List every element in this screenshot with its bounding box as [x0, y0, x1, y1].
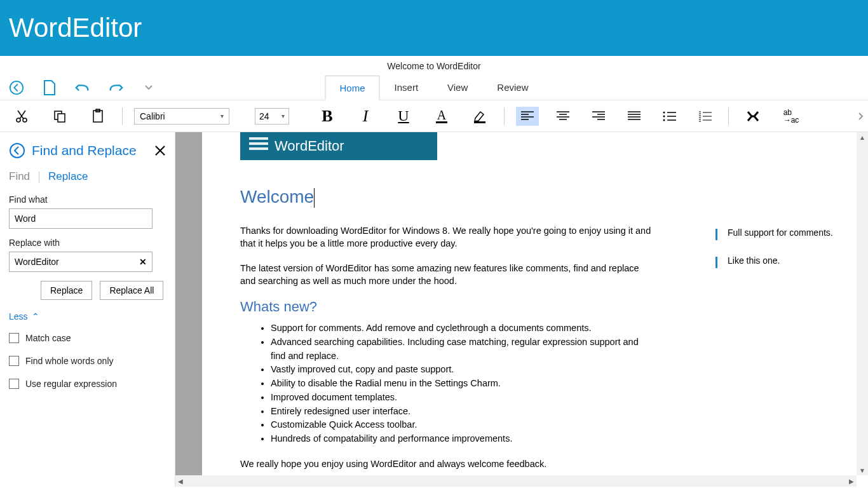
scroll-up-icon[interactable]: ▲ — [858, 133, 866, 141]
scroll-right-icon[interactable]: ▶ — [848, 477, 855, 485]
tab-home[interactable]: Home — [325, 76, 380, 100]
scroll-down-icon[interactable]: ▼ — [858, 466, 866, 474]
replace-with-value[interactable] — [15, 257, 134, 267]
main-area: Find and Replace Find Replace Find what … — [0, 132, 868, 487]
svg-point-11 — [663, 115, 665, 117]
list-item: Advanced searching capabilities. Includi… — [271, 336, 653, 363]
panel-tab-replace[interactable]: Replace — [48, 170, 88, 184]
font-size-select[interactable]: 24 ▾ — [255, 108, 289, 125]
paragraph: Thanks for downloading WordEditor for Wi… — [240, 224, 653, 250]
qat-dropdown-icon[interactable] — [141, 80, 156, 95]
chevron-down-icon: ▾ — [220, 112, 224, 119]
italic-icon[interactable]: I — [353, 104, 378, 129]
comment-text: Like this one. — [728, 255, 780, 266]
vertical-scrollbar[interactable]: ▲ ▼ — [857, 132, 868, 475]
bulleted-list-icon[interactable] — [658, 107, 681, 126]
panel-tab-find[interactable]: Find — [9, 170, 30, 184]
less-options-toggle[interactable]: Less ⌃ — [9, 311, 39, 322]
tab-insert[interactable]: Insert — [380, 75, 433, 100]
heading-welcome: Welcome — [240, 187, 653, 208]
align-center-icon[interactable] — [552, 107, 574, 126]
comments-column: Full support for comments. Like this one… — [715, 227, 855, 283]
svg-text:A: A — [437, 108, 447, 122]
replace-all-button[interactable]: Replace All — [100, 281, 163, 300]
paste-icon[interactable] — [85, 104, 111, 129]
bold-icon[interactable]: B — [315, 104, 340, 129]
find-what-input[interactable] — [9, 208, 153, 229]
separator — [122, 107, 123, 125]
copy-icon[interactable] — [47, 104, 72, 129]
font-size-value: 24 — [259, 111, 269, 121]
font-family-value: Calibri — [140, 111, 165, 121]
list-item: Support for comments. Add remove and cyc… — [271, 322, 653, 336]
option-whole-words[interactable]: Find whole words only — [9, 356, 166, 366]
new-document-icon[interactable] — [42, 80, 57, 95]
underline-icon[interactable]: U — [391, 104, 416, 129]
quick-access-toolbar — [9, 80, 156, 95]
comment-text: Full support for comments. — [728, 227, 833, 238]
find-what-value[interactable] — [15, 214, 147, 224]
tab-review[interactable]: Review — [482, 75, 543, 100]
scroll-left-icon[interactable]: ◀ — [177, 477, 184, 485]
document-viewport: WordEditor Welcome Thanks for downloadin… — [175, 132, 868, 487]
match-case-label: Match case — [25, 333, 71, 343]
list-item: Customizable Quick Access toolbar. — [271, 418, 653, 432]
svg-rect-4 — [58, 114, 65, 122]
replace-with-input[interactable]: ✕ — [9, 252, 153, 272]
app-title: WordEditor — [9, 13, 142, 43]
document-page[interactable]: WordEditor Welcome Thanks for downloadin… — [202, 132, 710, 487]
tab-view[interactable]: View — [433, 75, 482, 100]
undo-icon[interactable] — [75, 80, 90, 95]
replace-icon[interactable]: ab→ac — [778, 104, 804, 129]
list-item: Ability to disable the Radial menu in th… — [271, 377, 653, 391]
horizontal-scrollbar[interactable]: ◀ ▶ — [175, 475, 857, 487]
chevron-up-icon: ⌃ — [32, 311, 39, 322]
comment-item[interactable]: Like this one. — [715, 255, 855, 268]
checkbox-icon[interactable] — [9, 333, 19, 343]
cut-icon[interactable] — [9, 104, 34, 129]
comment-item[interactable]: Full support for comments. — [715, 227, 855, 240]
align-left-icon[interactable] — [516, 107, 539, 126]
list-item: Improved document templates. — [271, 391, 653, 405]
clear-icon[interactable]: ✕ — [139, 257, 147, 267]
comment-marker — [715, 257, 717, 268]
checkbox-icon[interactable] — [9, 356, 19, 366]
svg-point-10 — [663, 111, 665, 113]
redo-icon[interactable] — [108, 80, 123, 95]
align-right-icon[interactable] — [587, 107, 610, 126]
checkbox-icon[interactable] — [9, 379, 19, 389]
panel-close-icon[interactable] — [154, 145, 166, 156]
font-color-icon[interactable]: A — [429, 104, 454, 129]
less-label: Less — [9, 311, 28, 322]
title-bar: WordEditor — [0, 0, 868, 56]
option-regex[interactable]: Use regular expression — [9, 379, 166, 389]
replace-button[interactable]: Replace — [41, 281, 92, 300]
chevron-down-icon: ▾ — [281, 112, 285, 119]
heading-whats-new: Whats new? — [240, 299, 653, 315]
find-replace-panel: Find and Replace Find Replace Find what … — [0, 132, 175, 487]
replace-with-label: Replace with — [9, 238, 166, 248]
find-icon[interactable] — [740, 104, 766, 129]
svg-point-0 — [10, 81, 23, 93]
highlight-icon[interactable] — [467, 104, 492, 129]
canvas-margin — [175, 132, 202, 475]
ribbon-overflow-icon[interactable] — [858, 112, 864, 121]
ribbon-tabs: Home Insert View Review — [325, 75, 543, 100]
panel-back-icon[interactable] — [9, 142, 25, 159]
option-match-case[interactable]: Match case — [9, 333, 166, 343]
whats-new-list: Support for comments. Add remove and cyc… — [262, 322, 653, 446]
numbered-list-icon[interactable] — [694, 107, 717, 126]
svg-point-12 — [663, 119, 665, 121]
find-what-label: Find what — [9, 194, 166, 205]
separator — [728, 107, 729, 125]
separator — [504, 107, 505, 125]
align-justify-icon[interactable] — [623, 107, 646, 126]
list-item: Hundreds of compatability and performanc… — [271, 432, 653, 446]
back-icon[interactable] — [9, 80, 24, 95]
svg-rect-9 — [474, 121, 485, 123]
banner-text: WordEditor — [275, 138, 344, 154]
svg-rect-8 — [436, 121, 447, 123]
nav-row: Home Insert View Review — [0, 75, 868, 100]
list-item: Entirely redesigned user interface. — [271, 405, 653, 419]
font-family-select[interactable]: Calibri ▾ — [134, 108, 229, 125]
